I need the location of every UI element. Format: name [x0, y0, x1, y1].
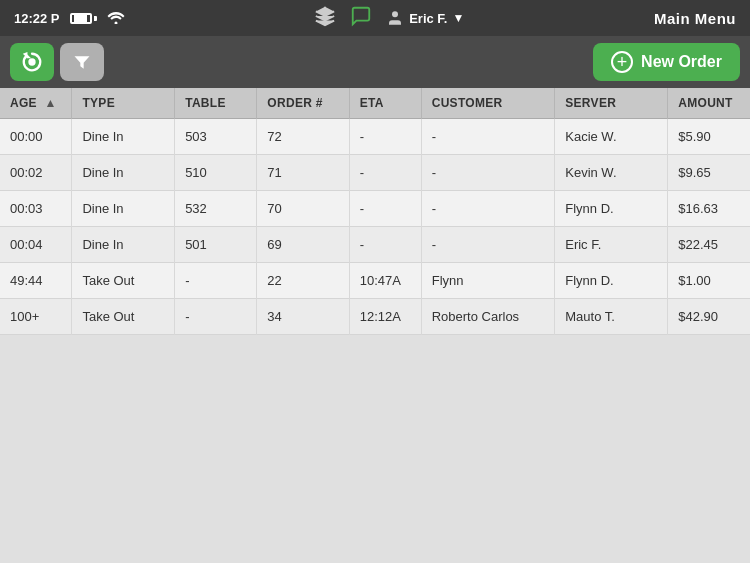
col-header-table[interactable]: TABLE [175, 88, 257, 119]
table-body: 00:00Dine In50372--Kacie W.$5.9000:02Din… [0, 119, 750, 335]
svg-point-0 [392, 11, 398, 17]
new-order-button[interactable]: + New Order [593, 43, 740, 81]
cell-amount: $16.63 [668, 191, 750, 227]
cell-type: Take Out [72, 299, 175, 335]
table-row[interactable]: 00:00Dine In50372--Kacie W.$5.90 [0, 119, 750, 155]
status-left: 12:22 P [14, 10, 125, 27]
cell-server: Eric F. [555, 227, 668, 263]
cell-server: Kacie W. [555, 119, 668, 155]
cell-customer: - [421, 155, 555, 191]
cell-table: 501 [175, 227, 257, 263]
sort-arrow-age: ▲ [45, 96, 57, 110]
cell-server: Flynn D. [555, 263, 668, 299]
table-row[interactable]: 100+Take Out-3412:12ARoberto CarlosMauto… [0, 299, 750, 335]
cell-type: Dine In [72, 191, 175, 227]
cell-orderNum: 22 [257, 263, 349, 299]
user-dropdown-arrow: ▼ [452, 11, 464, 25]
cell-customer: Flynn [421, 263, 555, 299]
col-header-order[interactable]: ORDER # [257, 88, 349, 119]
cell-orderNum: 69 [257, 227, 349, 263]
cell-eta: 12:12A [349, 299, 421, 335]
cell-amount: $5.90 [668, 119, 750, 155]
cell-eta: - [349, 191, 421, 227]
status-center: Eric F. ▼ [314, 5, 464, 32]
battery-icon [70, 13, 97, 24]
col-header-eta[interactable]: ETA [349, 88, 421, 119]
cell-eta: 10:47A [349, 263, 421, 299]
col-age-label: AGE [10, 96, 37, 110]
col-type-label: TYPE [82, 96, 115, 110]
cell-orderNum: 72 [257, 119, 349, 155]
cell-age: 49:44 [0, 263, 72, 299]
orders-table: AGE ▲ TYPE TABLE ORDER # ETA CUSTOMER [0, 88, 750, 335]
svg-point-1 [28, 58, 35, 65]
col-header-type[interactable]: TYPE [72, 88, 175, 119]
cell-amount: $1.00 [668, 263, 750, 299]
cell-table: 503 [175, 119, 257, 155]
refresh-button[interactable] [10, 43, 54, 81]
cell-table: - [175, 263, 257, 299]
status-bar: 12:22 P [0, 0, 750, 36]
cell-type: Dine In [72, 119, 175, 155]
cell-type: Dine In [72, 227, 175, 263]
toolbar: + New Order [0, 36, 750, 88]
orders-table-container: AGE ▲ TYPE TABLE ORDER # ETA CUSTOMER [0, 88, 750, 563]
cell-amount: $42.90 [668, 299, 750, 335]
cell-age: 00:03 [0, 191, 72, 227]
filter-icon [72, 52, 92, 72]
cell-customer: - [421, 119, 555, 155]
cell-server: Mauto T. [555, 299, 668, 335]
cell-eta: - [349, 119, 421, 155]
cell-amount: $9.65 [668, 155, 750, 191]
cell-table: - [175, 299, 257, 335]
cell-table: 510 [175, 155, 257, 191]
cell-server: Flynn D. [555, 191, 668, 227]
cell-type: Dine In [72, 155, 175, 191]
table-row[interactable]: 00:02Dine In51071--Kevin W.$9.65 [0, 155, 750, 191]
cell-eta: - [349, 227, 421, 263]
main-menu-title: Main Menu [654, 10, 736, 27]
table-row[interactable]: 49:44Take Out-2210:47AFlynnFlynn D.$1.00 [0, 263, 750, 299]
svg-marker-3 [75, 56, 90, 68]
new-order-label: New Order [641, 53, 722, 71]
col-header-amount[interactable]: AMOUNT [668, 88, 750, 119]
cell-age: 100+ [0, 299, 72, 335]
col-header-age[interactable]: AGE ▲ [0, 88, 72, 119]
cell-type: Take Out [72, 263, 175, 299]
chat-icon [350, 5, 372, 32]
toolbar-left [10, 43, 104, 81]
col-server-label: SERVER [565, 96, 616, 110]
cell-orderNum: 70 [257, 191, 349, 227]
wifi-icon [107, 10, 125, 27]
table-row[interactable]: 00:03Dine In53270--Flynn D.$16.63 [0, 191, 750, 227]
cell-eta: - [349, 155, 421, 191]
cell-orderNum: 71 [257, 155, 349, 191]
filter-button[interactable] [60, 43, 104, 81]
cell-orderNum: 34 [257, 299, 349, 335]
cell-server: Kevin W. [555, 155, 668, 191]
cell-table: 532 [175, 191, 257, 227]
cube-icon [314, 5, 336, 32]
refresh-icon [21, 51, 43, 73]
col-table-label: TABLE [185, 96, 226, 110]
col-order-label: ORDER # [267, 96, 322, 110]
cell-customer: - [421, 191, 555, 227]
user-label: Eric F. ▼ [386, 9, 464, 27]
col-header-server[interactable]: SERVER [555, 88, 668, 119]
col-customer-label: CUSTOMER [432, 96, 503, 110]
user-name: Eric F. [409, 11, 447, 26]
col-eta-label: ETA [360, 96, 384, 110]
time-display: 12:22 P [14, 11, 60, 26]
cell-age: 00:00 [0, 119, 72, 155]
col-amount-label: AMOUNT [678, 96, 732, 110]
table-header: AGE ▲ TYPE TABLE ORDER # ETA CUSTOMER [0, 88, 750, 119]
col-header-customer[interactable]: CUSTOMER [421, 88, 555, 119]
cell-age: 00:04 [0, 227, 72, 263]
cell-age: 00:02 [0, 155, 72, 191]
cell-customer: Roberto Carlos [421, 299, 555, 335]
table-row[interactable]: 00:04Dine In50169--Eric F.$22.45 [0, 227, 750, 263]
cell-amount: $22.45 [668, 227, 750, 263]
plus-circle-icon: + [611, 51, 633, 73]
cell-customer: - [421, 227, 555, 263]
